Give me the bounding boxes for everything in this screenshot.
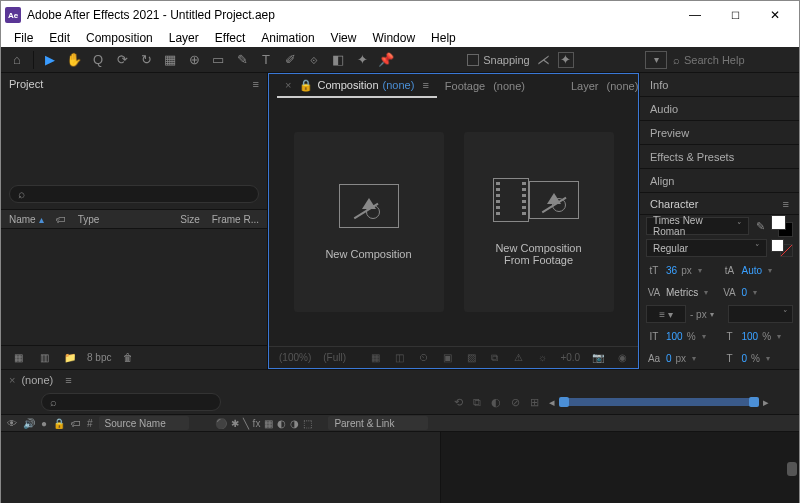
lock-icon[interactable]: 🔒 xyxy=(299,79,313,92)
menu-effect[interactable]: Effect xyxy=(208,29,252,47)
new-composition-card[interactable]: New Composition xyxy=(294,132,444,312)
panel-info[interactable]: Info xyxy=(640,73,799,97)
col-type[interactable]: Type xyxy=(78,214,100,225)
zoom-readout[interactable]: (100%) xyxy=(279,352,311,363)
home-icon[interactable]: ⌂ xyxy=(7,50,27,70)
timecode-icon[interactable]: ⏲ xyxy=(418,351,430,365)
hscale-field[interactable]: IT 100 % ▾ xyxy=(646,331,718,342)
col-solo-icon[interactable]: ● xyxy=(41,418,47,429)
panel-audio[interactable]: Audio xyxy=(640,97,799,121)
snapshot-icon[interactable]: 📷 xyxy=(592,351,604,365)
tab-footage[interactable]: Footage (none) xyxy=(437,76,533,96)
ts-icon-3[interactable]: ◐ xyxy=(491,396,501,409)
delete-icon[interactable]: 🗑 xyxy=(119,349,137,367)
switch-motion-blur-icon[interactable]: ◐ xyxy=(277,418,286,429)
help-search-input[interactable] xyxy=(684,54,774,66)
character-menu-icon[interactable]: ≡ xyxy=(783,198,789,210)
menu-edit[interactable]: Edit xyxy=(42,29,77,47)
font-style-dropdown[interactable]: Regular˅ xyxy=(646,239,767,257)
timeline-scrollbar[interactable] xyxy=(787,462,797,476)
switch-collapse-icon[interactable]: ✱ xyxy=(231,418,239,429)
workspace-dropdown[interactable]: ▾ xyxy=(645,51,667,69)
switch-3d-icon[interactable]: ⬚ xyxy=(303,418,312,429)
puppet-tool-icon[interactable]: 📌 xyxy=(376,50,396,70)
timeline-search[interactable]: ⌕ xyxy=(41,393,221,411)
menu-file[interactable]: File xyxy=(7,29,40,47)
col-number[interactable]: # xyxy=(87,418,93,429)
col-name[interactable]: Name▴ xyxy=(9,214,44,225)
col-label-icon[interactable]: 🏷 xyxy=(71,418,81,429)
exposure-readout[interactable]: +0.0 xyxy=(560,352,580,363)
timeline-close-icon[interactable]: × xyxy=(9,374,15,386)
new-comp-icon[interactable]: ▥ xyxy=(35,349,53,367)
exposure-icon[interactable]: ☼ xyxy=(537,351,549,365)
col-source-name[interactable]: Source Name xyxy=(99,416,189,430)
ts-icon-1[interactable]: ⟲ xyxy=(454,396,463,409)
mask-icon[interactable]: ◫ xyxy=(394,351,406,365)
tag-icon[interactable]: 🏷 xyxy=(56,214,66,225)
font-size-field[interactable]: tT 36 px ▾ xyxy=(646,265,718,276)
panel-effects-presets[interactable]: Effects & Presets xyxy=(640,145,799,169)
tsume-field[interactable]: T 0 % ▾ xyxy=(722,353,794,364)
zoom-tool-icon[interactable]: Q xyxy=(88,50,108,70)
channels-icon[interactable]: ◉ xyxy=(616,351,628,365)
stroke-px[interactable]: - px▾ xyxy=(690,309,724,320)
resolution-readout[interactable]: (Full) xyxy=(323,352,346,363)
baseline-field[interactable]: Aa 0 px ▾ xyxy=(646,353,718,364)
menu-layer[interactable]: Layer xyxy=(162,29,206,47)
leading-field[interactable]: tA Auto ▾ xyxy=(722,265,794,276)
clone-tool-icon[interactable]: ⟐ xyxy=(304,50,324,70)
switch-fx-icon[interactable]: fx xyxy=(253,418,261,429)
region-icon[interactable]: ▣ xyxy=(441,351,453,365)
project-search[interactable]: ⌕ xyxy=(9,185,259,203)
kerning-field[interactable]: VA Metrics ▾ xyxy=(646,287,718,298)
fill-stroke-swatch[interactable] xyxy=(771,215,793,237)
maximize-button[interactable]: ☐ xyxy=(715,1,755,29)
hand-tool-icon[interactable]: ✋ xyxy=(64,50,84,70)
selection-tool-icon[interactable]: ▶ xyxy=(40,50,60,70)
camera-tool-icon[interactable]: ▦ xyxy=(160,50,180,70)
orbit-tool-icon[interactable]: ⟳ xyxy=(112,50,132,70)
tab-composition[interactable]: × 🔒 Composition (none) ≡ xyxy=(277,75,437,98)
menu-animation[interactable]: Animation xyxy=(254,29,321,47)
ts-icon-4[interactable]: ⊘ xyxy=(511,396,520,409)
col-frame-rate[interactable]: Frame R... xyxy=(212,214,259,225)
switch-quality-icon[interactable]: ╲ xyxy=(243,418,249,429)
menu-composition[interactable]: Composition xyxy=(79,29,160,47)
col-audio-icon[interactable]: 🔊 xyxy=(23,418,35,429)
interpret-footage-icon[interactable]: ▦ xyxy=(9,349,27,367)
time-navigator[interactable]: ◂ ▸ xyxy=(549,396,769,409)
shape-tool-icon[interactable]: ▭ xyxy=(208,50,228,70)
pan-behind-tool-icon[interactable]: ⊕ xyxy=(184,50,204,70)
new-folder-icon[interactable]: 📁 xyxy=(61,349,79,367)
pen-tool-icon[interactable]: ✎ xyxy=(232,50,252,70)
close-tab-icon[interactable]: × xyxy=(285,79,291,91)
col-visibility-icon[interactable]: 👁 xyxy=(7,418,17,429)
type-tool-icon[interactable]: T xyxy=(256,50,276,70)
switch-shy-icon[interactable]: ⚫ xyxy=(215,418,227,429)
character-title[interactable]: Character xyxy=(650,198,698,210)
project-tab[interactable]: Project xyxy=(9,78,43,90)
new-comp-from-footage-card[interactable]: New Composition From Footage xyxy=(464,132,614,312)
menu-help[interactable]: Help xyxy=(424,29,463,47)
stroke-swatch[interactable] xyxy=(771,239,793,257)
snap-option1-icon[interactable]: ⋌ xyxy=(534,50,554,70)
switch-frame-blend-icon[interactable]: ▦ xyxy=(264,418,273,429)
font-family-dropdown[interactable]: Times New Roman˅ xyxy=(646,217,749,235)
timeline-tab-none[interactable]: (none) xyxy=(21,374,53,386)
ts-icon-2[interactable]: ⧉ xyxy=(473,396,481,409)
panel-preview[interactable]: Preview xyxy=(640,121,799,145)
eraser-tool-icon[interactable]: ◧ xyxy=(328,50,348,70)
stroke-width-field[interactable]: ≡ ▾ xyxy=(646,305,686,323)
col-parent-link[interactable]: Parent & Link xyxy=(328,416,428,430)
transparency-icon[interactable]: ▨ xyxy=(465,351,477,365)
tracking-field[interactable]: VA 0 ▾ xyxy=(722,287,794,298)
rotate-tool-icon[interactable]: ↻ xyxy=(136,50,156,70)
project-panel-menu-icon[interactable]: ≡ xyxy=(253,78,259,90)
brush-tool-icon[interactable]: ✐ xyxy=(280,50,300,70)
minimize-button[interactable]: — xyxy=(675,1,715,29)
tab-menu-icon[interactable]: ≡ xyxy=(422,79,428,91)
vscale-field[interactable]: T 100 % ▾ xyxy=(722,331,794,342)
alert-icon[interactable]: ⚠ xyxy=(513,351,525,365)
timeline-menu-icon[interactable]: ≡ xyxy=(65,374,71,386)
